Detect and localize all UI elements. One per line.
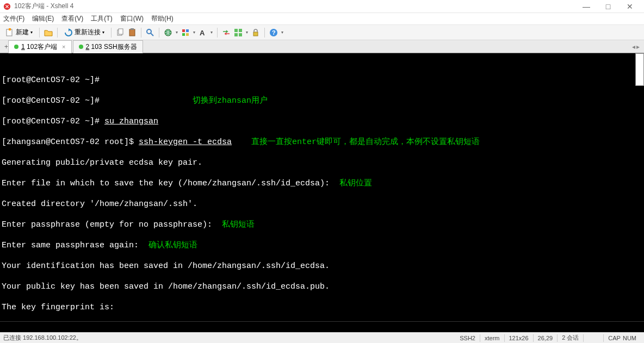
separator — [57, 28, 58, 38]
new-icon — [5, 28, 14, 37]
font-icon[interactable]: A — [199, 28, 207, 37]
reconnect-label: 重新连接 — [75, 28, 101, 37]
annotation: 私钥短语 — [222, 220, 255, 229]
globe-icon[interactable] — [164, 28, 172, 37]
scrollbar[interactable] — [635, 53, 644, 321]
tab-scroll-left[interactable]: ◂ — [632, 43, 635, 51]
toolbar: 新建 ▾ 重新连接 ▾ ▾ ▾ A ▾ ▾ ? ▾ — [0, 25, 644, 40]
lock-icon[interactable] — [251, 28, 260, 37]
svg-point-7 — [147, 29, 151, 34]
layout-icon[interactable] — [234, 28, 243, 37]
dropdown-icon[interactable]: ▾ — [281, 30, 283, 35]
command: ssh-keygen -t ecdsa — [139, 138, 232, 147]
palette-icon[interactable] — [181, 28, 190, 37]
menu-tools[interactable]: 工具(T) — [91, 14, 112, 23]
prompt: [root@CentOS7-02 ~]# — [2, 76, 100, 85]
add-tab-button[interactable]: + — [4, 43, 8, 51]
maximize-button[interactable]: □ — [597, 2, 619, 11]
app-icon — [3, 3, 11, 10]
dropdown-icon[interactable]: ▾ — [193, 30, 195, 35]
separator — [141, 28, 141, 38]
annotation: 直接一直按enter键即可，都是自动完成，本例不设置私钥短语 — [251, 138, 480, 147]
tab-102-client[interactable]: 1 102客户端 × — [8, 40, 71, 53]
menu-file[interactable]: 文件(F) — [3, 14, 24, 23]
output: Your public key has been saved in /home/… — [2, 282, 642, 292]
status-sessions: 2 会话 — [562, 334, 579, 342]
svg-rect-19 — [253, 32, 258, 36]
separator — [264, 28, 265, 38]
svg-rect-13 — [186, 33, 189, 36]
menu-window[interactable]: 窗口(W) — [120, 14, 144, 23]
tab-103-ssh-server[interactable]: 2 103 SSH服务器 — [73, 40, 143, 53]
new-button[interactable]: 新建 ▾ — [3, 27, 35, 38]
tab-bar: + 1 102客户端 × 2 103 SSH服务器 ◂ ▸ — [0, 40, 644, 53]
prompt: [root@CentOS7-02 ~]# — [2, 117, 104, 126]
window-title: 102客户端 - Xshell 4 — [14, 2, 575, 11]
status-num: NUM — [623, 335, 636, 341]
reconnect-icon — [64, 28, 73, 37]
open-icon[interactable] — [44, 28, 53, 37]
status-cursor-pos: 26,29 — [538, 335, 553, 341]
status-dot-icon — [79, 45, 83, 49]
new-label: 新建 — [16, 28, 29, 37]
copy-icon[interactable] — [116, 28, 125, 37]
status-cap: CAP — [608, 335, 621, 341]
svg-rect-10 — [182, 29, 185, 32]
status-bar: 已连接 192.168.100.102:22。 SSH2 xterm 121x2… — [0, 332, 644, 343]
close-tab-button[interactable]: × — [62, 43, 65, 50]
menu-help[interactable]: 帮助(H) — [151, 14, 174, 23]
status-term-type: xterm — [485, 335, 500, 341]
status-connection: 已连接 192.168.100.102:22。 — [3, 334, 82, 342]
prompt: [root@CentOS7-02 ~]# — [2, 96, 100, 105]
annotation: 确认私钥短语 — [148, 241, 197, 250]
output: Created directory '/home/zhangsan/.ssh'. — [2, 199, 642, 209]
svg-rect-16 — [239, 29, 242, 32]
output: Enter file in which to save the key (/ho… — [2, 179, 335, 188]
paste-icon[interactable] — [128, 28, 137, 37]
prompt: [zhangsan@CentOS7-02 root]$ — [2, 138, 139, 147]
menu-bar: 文件(F) 编辑(E) 查看(V) 工具(T) 窗口(W) 帮助(H) — [0, 13, 644, 25]
tab-label: 1 102客户端 — [21, 42, 57, 52]
separator — [111, 28, 112, 38]
svg-rect-17 — [234, 33, 238, 36]
status-ssh: SSH2 — [460, 335, 475, 341]
svg-text:A: A — [200, 29, 205, 37]
menu-view[interactable]: 查看(V) — [61, 14, 83, 23]
help-icon[interactable]: ? — [269, 28, 278, 37]
search-icon[interactable] — [146, 28, 154, 37]
terminal[interactable]: [root@CentOS7-02 ~]# [root@CentOS7-02 ~]… — [0, 53, 644, 321]
output: The key fingerprint is: — [2, 302, 642, 313]
transfer-icon[interactable] — [222, 28, 231, 37]
annotation: 切换到zhansan用户 — [193, 96, 268, 105]
svg-rect-12 — [182, 33, 185, 36]
svg-rect-18 — [239, 33, 242, 36]
separator — [159, 28, 159, 38]
svg-text:?: ? — [272, 29, 276, 36]
dropdown-icon[interactable]: ▾ — [176, 30, 178, 35]
title-bar: 102客户端 - Xshell 4 — □ ✕ — [0, 0, 644, 13]
tab-scroll-right[interactable]: ▸ — [636, 43, 640, 51]
separator — [217, 28, 218, 38]
status-dot-icon — [14, 45, 18, 49]
status-size: 121x26 — [509, 335, 529, 341]
dropdown-icon[interactable]: ▾ — [246, 30, 248, 35]
tab-label: 2 103 SSH服务器 — [86, 42, 137, 52]
svg-rect-15 — [234, 29, 238, 32]
separator — [39, 28, 40, 38]
dropdown-icon: ▾ — [102, 30, 104, 35]
dropdown-icon[interactable]: ▾ — [210, 30, 213, 35]
svg-line-8 — [151, 33, 153, 36]
svg-rect-11 — [186, 29, 189, 32]
menu-edit[interactable]: 编辑(E) — [32, 14, 54, 23]
svg-rect-4 — [119, 29, 123, 34]
dropdown-icon: ▾ — [30, 30, 33, 35]
command: su zhangsan — [104, 117, 158, 126]
annotation: 私钥位置 — [339, 179, 372, 188]
reconnect-button[interactable]: 重新连接 ▾ — [62, 27, 107, 38]
output: Enter same passphrase again: — [2, 241, 144, 250]
minimize-button[interactable]: — — [575, 2, 597, 11]
close-window-button[interactable]: ✕ — [619, 2, 641, 11]
scroll-thumb[interactable] — [635, 53, 644, 86]
tab-scroll: ◂ ▸ — [632, 43, 642, 51]
terminal-footer — [0, 321, 644, 332]
